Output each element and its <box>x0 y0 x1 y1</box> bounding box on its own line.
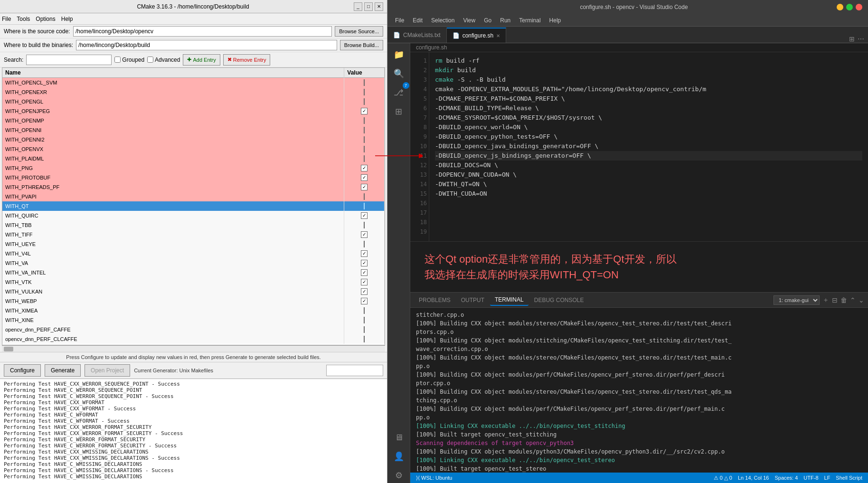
row-value-cell[interactable]: ✓ <box>344 277 385 287</box>
cmake-close-btn[interactable]: ✕ <box>375 2 383 11</box>
row-value-cell[interactable] <box>344 315 385 325</box>
terminal-body[interactable]: stitcher.cpp.o[100%] Building CXX object… <box>410 308 868 473</box>
vscode-menu-help[interactable]: Help <box>546 16 565 25</box>
more-tabs-btn[interactable]: ⋯ <box>858 35 864 43</box>
row-value-cell[interactable] <box>344 78 385 87</box>
row-value-cell[interactable] <box>344 116 385 125</box>
row-value-cell[interactable] <box>344 220 385 230</box>
terminal-instance-selector[interactable]: 1: cmake-gui <box>774 295 820 305</box>
table-row[interactable]: WITH_OPENNI <box>2 125 385 135</box>
row-value-cell[interactable]: ✓ <box>344 249 385 258</box>
generate-btn[interactable]: Generate <box>45 364 81 377</box>
row-value-cell[interactable]: ✓ <box>344 211 385 220</box>
grouped-checkbox-label[interactable]: Grouped <box>114 57 144 63</box>
table-row[interactable]: WITH_XINE <box>2 315 385 325</box>
table-row[interactable]: WITH_OPENGL <box>2 97 385 106</box>
menu-tools[interactable]: Tools <box>17 16 30 22</box>
menu-help[interactable]: Help <box>61 16 73 22</box>
search-filter-input[interactable] <box>326 365 383 376</box>
row-value-cell[interactable] <box>344 97 385 106</box>
editor-body[interactable]: 12345678910111213141516171819 rm build -… <box>410 52 868 241</box>
terminal-trash-btn[interactable]: 🗑 <box>840 296 847 304</box>
remove-entry-btn[interactable]: ✖ Remove Entry <box>223 54 271 66</box>
table-row[interactable]: WITH_OPENNI2 <box>2 135 385 144</box>
row-value-cell[interactable]: ✓ <box>344 173 385 182</box>
cmake-horizontal-scrollbar[interactable] <box>2 345 385 352</box>
tab-configure-close[interactable]: ✕ <box>496 33 500 38</box>
row-value-cell[interactable] <box>344 87 385 97</box>
table-row[interactable]: WITH_OPENEXR <box>2 87 385 97</box>
table-row[interactable]: WITH_PLAIDML <box>2 154 385 163</box>
status-ln-col[interactable]: Ln 14, Col 16 <box>738 475 769 481</box>
sidebar-account-btn[interactable]: 👤 <box>391 449 406 464</box>
sidebar-files-btn[interactable]: 📁 <box>391 47 406 62</box>
sidebar-search-btn[interactable]: 🔍 <box>391 66 406 81</box>
table-row[interactable]: WITH_OPENJPEG✓ <box>2 106 385 116</box>
row-value-cell[interactable] <box>344 144 385 154</box>
table-row[interactable]: WITH_VA✓ <box>2 258 385 268</box>
table-row[interactable]: WITH_TBB <box>2 220 385 230</box>
row-value-cell[interactable]: ✓ <box>344 296 385 306</box>
table-row[interactable]: WITH_PROTOBUF✓ <box>2 173 385 182</box>
status-eol[interactable]: LF <box>824 475 830 481</box>
code-editor[interactable]: rm build -rfmkdir buildcmake -S . -B bui… <box>429 52 868 241</box>
table-row[interactable]: WITH_TIFF✓ <box>2 230 385 239</box>
row-value-cell[interactable] <box>344 154 385 163</box>
terminal-chevron-down[interactable]: ⌄ <box>859 296 864 304</box>
cmake-minimize-btn[interactable]: _ <box>354 2 362 11</box>
table-row[interactable]: WITH_VA_INTEL✓ <box>2 268 385 277</box>
sidebar-extensions-btn[interactable]: ⊞ <box>391 104 406 119</box>
row-value-cell[interactable]: ✓ <box>344 230 385 239</box>
row-value-cell[interactable]: ✓ <box>344 182 385 192</box>
row-value-cell[interactable] <box>344 125 385 135</box>
vscode-menu-edit[interactable]: Edit <box>409 16 426 25</box>
tab-terminal[interactable]: TERMINAL <box>490 294 528 306</box>
tab-cmakelists[interactable]: 📄 CMakeLists.txt <box>387 28 447 43</box>
menu-file[interactable]: File <box>2 16 11 22</box>
source-input[interactable] <box>73 26 332 37</box>
search-input[interactable] <box>26 55 112 65</box>
row-value-cell[interactable] <box>344 192 385 201</box>
cmake-log[interactable]: Performing Test HAVE_CXX_WERROR_SEQUENCE… <box>0 379 387 483</box>
configure-btn[interactable]: Configure <box>4 364 41 377</box>
vscode-menu-file[interactable]: File <box>391 16 408 25</box>
row-value-cell[interactable]: ✓ <box>344 268 385 277</box>
row-value-cell[interactable] <box>344 325 385 334</box>
vscode-menu-go[interactable]: Go <box>480 16 495 25</box>
table-row[interactable]: WITH_V4L✓ <box>2 249 385 258</box>
status-spaces[interactable]: Spaces: 4 <box>774 475 798 481</box>
row-value-cell[interactable] <box>344 201 385 211</box>
row-value-cell[interactable]: ✓ <box>344 287 385 296</box>
table-row[interactable]: WITH_PNG✓ <box>2 163 385 173</box>
cmake-maximize-btn[interactable]: □ <box>364 2 373 11</box>
table-row[interactable]: WITH_OPENVX <box>2 144 385 154</box>
vscode-minimize-btn[interactable] <box>837 4 843 10</box>
tab-configure-sh[interactable]: 📄 configure.sh ✕ <box>447 28 506 43</box>
status-lang[interactable]: Shell Script <box>836 475 862 481</box>
row-value-cell[interactable]: ✓ <box>344 106 385 116</box>
browse-source-btn[interactable]: Browse Source... <box>335 26 383 37</box>
table-row[interactable]: WITH_PTHREADS_PF✓ <box>2 182 385 192</box>
table-row[interactable]: WITH_QT <box>2 201 385 211</box>
tab-problems[interactable]: PROBLEMS <box>414 295 455 305</box>
status-errors[interactable]: ⚠ 0 △ 0 <box>714 475 732 481</box>
vscode-menu-terminal[interactable]: Terminal <box>515 16 544 25</box>
tab-output[interactable]: OUTPUT <box>456 295 489 305</box>
terminal-add-btn[interactable]: ＋ <box>822 296 829 304</box>
split-editor-btn[interactable]: ⊞ <box>849 35 855 43</box>
row-value-cell[interactable]: ✓ <box>344 258 385 268</box>
status-remote[interactable]: ⟩⟨ WSL: Ubuntu <box>416 475 452 481</box>
table-row[interactable]: WITH_VTK✓ <box>2 277 385 287</box>
table-row[interactable]: WITH_UEYE <box>2 239 385 249</box>
table-row[interactable]: WITH_WEBP✓ <box>2 296 385 306</box>
tab-debug-console[interactable]: DEBUG CONSOLE <box>529 295 589 305</box>
status-encoding[interactable]: UTF-8 <box>803 475 818 481</box>
browse-build-btn[interactable]: Browse Build... <box>340 40 383 50</box>
table-row[interactable]: opencv_dnn_PERF_CAFFE <box>2 325 385 334</box>
sidebar-scm-btn[interactable]: ⎇ 7 <box>391 85 406 100</box>
row-value-cell[interactable]: ✓ <box>344 163 385 173</box>
add-entry-btn[interactable]: ✚ Add Entry <box>183 54 220 66</box>
advanced-checkbox[interactable] <box>147 57 153 63</box>
grouped-checkbox[interactable] <box>114 57 121 63</box>
table-row[interactable]: WITH_PVAPI <box>2 192 385 201</box>
